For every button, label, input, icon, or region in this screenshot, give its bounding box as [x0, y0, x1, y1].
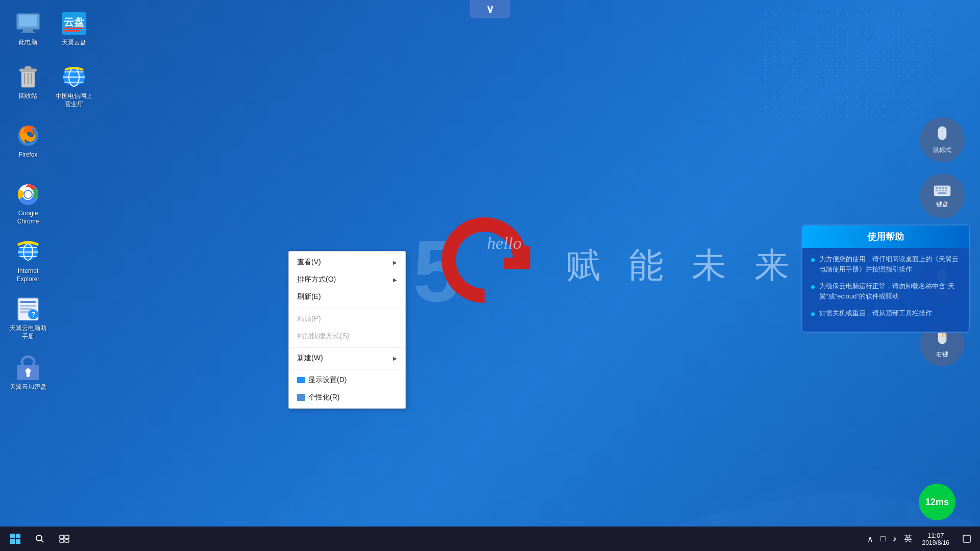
scroll-top-button[interactable]: ∨: [470, 0, 510, 18]
desktop-icon-telecom[interactable]: 中国电信网上营业厅: [51, 61, 97, 111]
svg-rect-53: [939, 190, 941, 191]
taskbar-tray: ∧ □ ♪ 英 11:07 2019/8/16: [865, 530, 976, 548]
mouse-mode-button[interactable]: 鼠标式: [920, 117, 965, 162]
tianyi-cloud-icon: 云盘: [61, 10, 87, 37]
svg-text:hello: hello: [487, 234, 522, 253]
wallpaper-branding: 5 hello 赋 能 未 来: [413, 214, 798, 316]
svg-point-62: [36, 535, 42, 541]
start-button[interactable]: [4, 528, 27, 550]
svg-text:?: ?: [31, 310, 36, 318]
dot-pattern-decor: [761, 10, 939, 112]
help-item-3: ◆ 如需关机或重启，请从顶部工具栏操作: [811, 308, 961, 318]
desktop: 5 hello 赋 能 未 来 ∨: [0, 0, 980, 551]
svg-rect-65: [65, 535, 69, 539]
right-click-label: 右键: [936, 350, 948, 359]
svg-rect-2: [520, 246, 530, 269]
search-icon: [35, 534, 44, 543]
notification-icon: [962, 534, 971, 543]
chrome-label: Google Chrome: [8, 210, 48, 226]
svg-rect-5: [19, 15, 37, 27]
context-menu-paste-shortcut: 粘贴快捷方式(S): [289, 328, 405, 345]
context-menu-sort[interactable]: 排序方式(O) ▶: [289, 271, 405, 288]
clock-time: 11:07: [927, 532, 944, 539]
context-menu-paste: 粘贴(P): [289, 310, 405, 328]
tray-volume[interactable]: ♪: [891, 532, 899, 545]
svg-rect-36: [20, 308, 32, 310]
tray-network[interactable]: □: [878, 532, 888, 545]
new-arrow-icon: ▶: [393, 356, 397, 361]
ie-label: Internet Explorer: [8, 267, 48, 283]
svg-rect-67: [65, 540, 69, 542]
telecom-icon: [61, 64, 87, 90]
latency-badge: 12ms: [919, 484, 955, 520]
context-menu-display[interactable]: 显示设置(D): [289, 371, 405, 389]
context-menu-new[interactable]: 新建(W) ▶: [289, 349, 405, 367]
taskbar: ∧ □ ♪ 英 11:07 2019/8/16: [0, 527, 980, 551]
task-view-icon: [59, 535, 69, 543]
windows-icon: [10, 534, 20, 544]
display-settings-icon: [297, 377, 305, 383]
personalize-icon: [297, 394, 305, 401]
keyboard-label: 键盘: [936, 200, 948, 209]
menu-divider-2: [289, 347, 405, 347]
diamond-icon-1: ◆: [811, 255, 815, 264]
help-panel-body: ◆ 为方便您的使用，请仔细阅读桌面上的《天翼云电脑使用手册》并按照指引操作 ◆ …: [802, 248, 969, 332]
clock[interactable]: 11:07 2019/8/16: [917, 532, 954, 546]
svg-rect-68: [963, 535, 970, 542]
svg-rect-6: [23, 29, 33, 32]
svg-rect-49: [939, 187, 941, 189]
svg-rect-14: [25, 66, 31, 69]
svg-rect-54: [942, 190, 944, 191]
view-arrow-icon: ▶: [393, 260, 397, 265]
svg-point-27: [24, 191, 32, 198]
desktop-icon-this-pc[interactable]: 此电脑: [5, 8, 51, 49]
recycle-bin-label: 回收站: [19, 92, 37, 101]
tianyi-encrypt-icon: [15, 355, 41, 381]
desktop-icon-recycle-bin[interactable]: 回收站: [5, 61, 51, 103]
wallpaper-slogan: 赋 能 未 来: [566, 242, 798, 289]
desktop-icon-chrome[interactable]: Google Chrome: [5, 179, 51, 228]
svg-text:5: 5: [413, 222, 461, 316]
svg-point-46: [941, 136, 943, 139]
context-menu-personalize[interactable]: 个性化(R): [289, 389, 405, 406]
desktop-icon-tianyi-manual[interactable]: ? 天翼云电脑助手册: [5, 293, 51, 343]
this-pc-label: 此电脑: [19, 39, 37, 47]
tray-language[interactable]: 英: [902, 532, 914, 546]
context-menu-view[interactable]: 查看(V) ▶: [289, 254, 405, 271]
svg-rect-55: [945, 190, 947, 191]
svg-rect-52: [936, 190, 938, 191]
tray-chevron[interactable]: ∧: [865, 532, 875, 546]
desktop-icon-tianyi-encrypt[interactable]: 天翼云加密盘: [5, 352, 51, 394]
help-panel-title: 使用帮助: [802, 226, 969, 248]
desktop-icon-ie[interactable]: Internet Explorer: [5, 236, 51, 286]
keyboard-icon: [933, 184, 951, 198]
task-view-button[interactable]: [53, 528, 76, 550]
svg-rect-7: [21, 32, 35, 33]
mouse-icon: [934, 126, 950, 144]
diamond-icon-2: ◆: [811, 282, 815, 291]
firefox-label: Firefox: [19, 151, 38, 159]
svg-rect-66: [60, 540, 64, 542]
svg-rect-35: [20, 305, 36, 307]
5g-logo: 5 hello: [413, 214, 546, 316]
chevron-down-icon: ∨: [486, 3, 494, 16]
desktop-icon-tianyi-cloud[interactable]: 云盘 天翼云盘: [51, 8, 97, 49]
svg-rect-34: [20, 301, 36, 303]
firefox-icon: [15, 122, 41, 149]
search-button[interactable]: [29, 528, 51, 550]
this-pc-icon: [15, 10, 41, 37]
svg-rect-11: [64, 30, 79, 32]
notification-button[interactable]: [958, 530, 976, 548]
svg-rect-10: [64, 28, 84, 29]
help-panel: 使用帮助 ◆ 为方便您的使用，请仔细阅读桌面上的《天翼云电脑使用手册》并按照指引…: [801, 224, 970, 333]
svg-line-63: [41, 540, 44, 543]
menu-divider-1: [289, 308, 405, 308]
svg-rect-51: [945, 187, 947, 189]
help-item-2: ◆ 为确保云电脑运行正常，请勿卸载名称中含"天翼"或"ecloud"的软件或驱动: [811, 281, 961, 301]
ie-icon: [15, 239, 41, 265]
context-menu-refresh[interactable]: 刷新(E): [289, 288, 405, 306]
svg-rect-56: [938, 192, 946, 194]
tianyi-manual-icon: ?: [15, 296, 41, 322]
desktop-icon-firefox[interactable]: Firefox: [5, 120, 51, 162]
keyboard-button[interactable]: 键盘: [920, 173, 965, 218]
